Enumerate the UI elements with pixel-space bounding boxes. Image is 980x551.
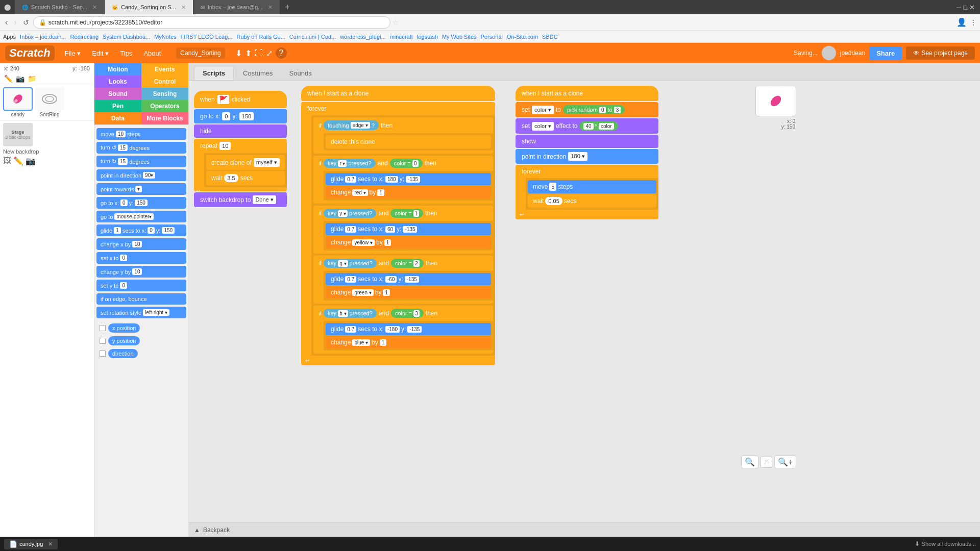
block-move-steps[interactable]: move 10 steps — [96, 128, 186, 140]
block-if-key-r[interactable]: if key r ▾ pressed? and color = 0 then g… — [313, 156, 493, 204]
onsite-bookmark[interactable]: On-Site.com — [507, 34, 538, 40]
block-forever-3[interactable]: forever move 5 steps wait 0.05 secs ↩ — [516, 165, 658, 219]
block-direction-checkbox[interactable]: direction — [96, 348, 186, 359]
block-delete-clone[interactable]: delete this clone — [326, 135, 491, 148]
draw-backdrop-btn[interactable]: ✏️ — [13, 156, 23, 166]
tab-scratch-studio[interactable]: 🌐 Scratch Studio - Sep... ✕ — [15, 0, 105, 14]
apps-bookmark[interactable]: Apps — [3, 34, 16, 40]
block-set-x[interactable]: set x to 0 — [96, 252, 186, 264]
tab-costumes[interactable]: Costumes — [235, 66, 281, 80]
forward-button[interactable]: › — [12, 18, 18, 27]
category-motion[interactable]: Motion — [94, 63, 141, 76]
block-glide-xy[interactable]: glide 1 secs to x: 0 y: 150 — [96, 224, 186, 236]
back-button[interactable]: ‹ — [3, 18, 10, 27]
block-point-direction-180[interactable]: point in direction 180 ▾ — [516, 149, 658, 164]
sbdc-bookmark[interactable]: SBDC — [542, 34, 558, 40]
personal-bookmark[interactable]: Personal — [481, 34, 503, 40]
taskbar-right[interactable]: ⬇ Show all downloads... — [915, 540, 976, 547]
block-go-to-xy[interactable]: go to x: 0 y: 150 — [96, 197, 186, 209]
sprite-item-candy[interactable]: candy — [3, 87, 33, 117]
block-repeat-10[interactable]: repeat 10 create clone of myself ▾ wait … — [194, 139, 287, 191]
share-button[interactable]: Share — [869, 46, 902, 60]
nav-tips[interactable]: Tips — [115, 47, 137, 60]
category-pen[interactable]: Pen — [94, 100, 141, 112]
dashboard-bookmark[interactable]: System Dashboa... — [103, 34, 150, 40]
address-bar[interactable]: 🔒 scratch.mit.edu/projects/32238510/#edi… — [33, 16, 390, 29]
redirecting-bookmark[interactable]: Redirecting — [70, 34, 99, 40]
block-set-color-random[interactable]: set color ▾ to pick random 0 to 3 — [516, 102, 658, 117]
block-point-towards[interactable]: point towards ▾ — [96, 183, 186, 195]
block-if-on-edge[interactable]: if on edge, bounce — [96, 293, 186, 305]
nav-edit[interactable]: Edit ▾ — [87, 47, 114, 60]
block-set-color-effect[interactable]: set color ▾ effect to 40 * color — [516, 118, 658, 134]
tab-candy-sorting[interactable]: 🐱 Candy_Sorting on S... ✕ — [105, 0, 193, 14]
category-data[interactable]: Data — [94, 112, 141, 124]
category-control[interactable]: Control — [141, 76, 188, 88]
zoom-out-button[interactable]: 🔍 — [741, 456, 758, 468]
download-icon[interactable]: ⬇ — [235, 48, 242, 58]
taskbar-item-close[interactable]: ✕ — [48, 541, 53, 547]
category-more-blocks[interactable]: More Blocks — [141, 112, 188, 124]
draw-icon[interactable]: ✏️ — [4, 74, 13, 83]
help-icon[interactable]: ? — [276, 47, 287, 59]
camera-icon[interactable]: 📷 — [16, 74, 24, 83]
block-hide[interactable]: hide — [194, 124, 287, 138]
block-wait-3-5[interactable]: wait 3.5 secs — [206, 171, 285, 185]
upload-icon[interactable]: ⬆ — [245, 48, 252, 58]
tab-sounds[interactable]: Sounds — [281, 66, 320, 80]
tab-close-1[interactable]: ✕ — [92, 4, 97, 11]
block-glide-r[interactable]: glide 0.7 secs to x: 180 y: -135 — [326, 173, 491, 185]
stage-thumbnail[interactable]: Stage 2 backdrops — [3, 123, 33, 146]
taskbar-item-candy[interactable]: 📄 candy.jpg ✕ — [4, 539, 58, 549]
block-change-green[interactable]: change green ▾ by 1 — [326, 286, 491, 298]
minecraft-bookmark[interactable]: minecraft — [390, 34, 413, 40]
block-point-direction[interactable]: point in direction 90▾ — [96, 169, 186, 181]
block-forever-2[interactable]: forever if touching edge ▾ ? then delete… — [301, 102, 495, 365]
camera-backdrop-btn[interactable]: 📷 — [26, 156, 36, 166]
category-events[interactable]: Events — [141, 63, 188, 76]
curriculum-bookmark[interactable]: Curriculum | Cod... — [289, 34, 336, 40]
close-button[interactable]: ✕ — [969, 4, 975, 11]
block-if-touching-edge[interactable]: if touching edge ▾ ? then delete this cl… — [313, 117, 493, 154]
rails-bookmark[interactable]: Ruby on Rails Gu... — [236, 34, 285, 40]
backpack-bar[interactable]: ▲ Backpack — [189, 522, 980, 537]
minimize-button[interactable]: ─ — [957, 4, 961, 11]
block-change-yellow[interactable]: change yellow ▾ by 1 — [326, 236, 491, 248]
zoom-reset-button[interactable]: = — [761, 457, 772, 468]
bookmark-star[interactable]: ☆ — [393, 18, 399, 27]
wordpress-bookmark[interactable]: wordpress_plugi... — [340, 34, 385, 40]
mynotes-bookmark[interactable]: MyNotes — [154, 34, 176, 40]
block-glide-y[interactable]: glide 0.7 secs to x: 60 y: -135 — [326, 223, 491, 235]
sprite-item-sortring[interactable]: SortRing — [35, 87, 64, 117]
user-menu[interactable]: 👤 — [957, 17, 967, 27]
nav-file[interactable]: File ▾ — [60, 47, 86, 60]
block-create-clone-myself[interactable]: create clone of myself ▾ — [206, 155, 285, 170]
category-sensing[interactable]: Sensing — [141, 88, 188, 100]
settings-icon[interactable]: ⋮ — [970, 18, 977, 27]
image-backdrop-btn[interactable]: 🖼 — [3, 156, 11, 166]
fullscreen-icon[interactable]: ⛶ — [255, 48, 263, 58]
block-when-start-clone-3[interactable]: when I start as a clone — [516, 86, 658, 101]
block-show[interactable]: show — [516, 135, 658, 148]
tab-scripts[interactable]: Scripts — [194, 66, 234, 80]
block-change-y[interactable]: change y by 10 — [96, 266, 186, 278]
script-canvas[interactable]: when 🚩 clicked go to x: 0 y: 150 hide re… — [189, 81, 980, 522]
nav-about[interactable]: About — [138, 47, 166, 60]
new-tab-button[interactable]: + — [280, 0, 295, 14]
block-when-start-clone-2[interactable]: when I start as a clone — [301, 86, 495, 101]
category-operators[interactable]: Operators — [141, 100, 188, 112]
block-set-y[interactable]: set y to 0 — [96, 280, 186, 291]
block-if-key-b[interactable]: if key b ▾ pressed? and color = 3 then g… — [313, 306, 493, 354]
block-change-x[interactable]: change x by 10 — [96, 238, 186, 250]
zoom-in-button[interactable]: 🔍+ — [774, 456, 796, 468]
block-set-rotation-style[interactable]: set rotation style left-right ▾ — [96, 307, 186, 318]
tab-inbox[interactable]: ✉ Inbox – joe.dean@g... ✕ — [193, 0, 280, 14]
block-change-blue[interactable]: change blue ▾ by 1 — [326, 336, 491, 348]
mywebsites-bookmark[interactable]: My Web Sites — [442, 34, 477, 40]
block-switch-backdrop-done[interactable]: switch backdrop to Done ▾ — [194, 192, 287, 207]
block-wait-0-05[interactable]: wait 0.05 secs — [528, 194, 656, 208]
block-if-key-g[interactable]: if key g ▾ pressed? and color = 2 then g… — [313, 256, 493, 304]
block-go-to-0-150[interactable]: go to x: 0 y: 150 — [194, 109, 287, 123]
block-go-to-mousepointer[interactable]: go to mouse-pointer▾ — [96, 211, 186, 222]
block-when-flag-clicked[interactable]: when 🚩 clicked — [194, 91, 287, 108]
